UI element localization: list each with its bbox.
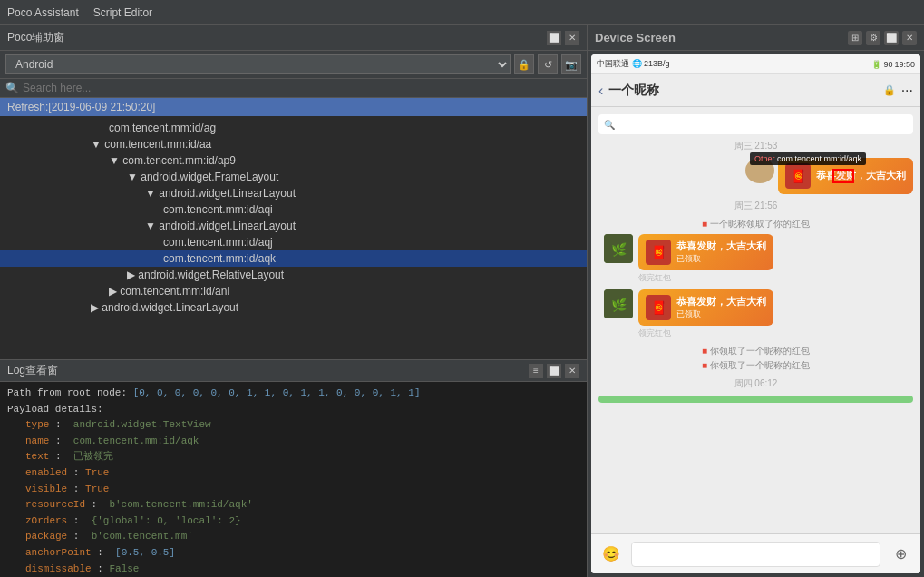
rp-footer-2: 领完红包 <box>638 326 773 341</box>
log-field-anchorpoint: anchorPoint : [0.5, 0.5] <box>7 545 579 562</box>
log-field-name: name : com.tencent.mm:id/aqk <box>7 434 579 450</box>
emoji-btn[interactable]: 😊 <box>600 543 622 565</box>
add-btn[interactable]: ⊕ <box>890 543 911 565</box>
tree-item[interactable]: com.tencent.mm:id/ag <box>0 120 587 136</box>
red-packet-icon-2: 🧧 <box>646 240 671 265</box>
status-time: 19:50 <box>894 60 915 69</box>
sys-msg-2: ■ 你领取了一个昵称的红包 <box>598 345 913 357</box>
chat-search-bar[interactable]: 🔍 <box>598 114 913 134</box>
tree-item[interactable]: ▼ android.widget.FrameLayout <box>0 169 587 185</box>
log-body: Path from root node: [0, 0, 0, 0, 0, 0, … <box>0 382 587 577</box>
title-bar: Poco Assistant Script Editor <box>0 0 924 25</box>
left-panel: Poco辅助窗 ⬜ ✕ Android iOS 🔒 ↺ 📷 🔍 Refresh:… <box>0 25 588 577</box>
chat-more-btn[interactable]: ··· <box>901 83 913 99</box>
sys-msg-1: ■ 一个昵称领取了你的红包 <box>598 218 913 230</box>
svg-text:🌿: 🌿 <box>611 298 627 313</box>
search-icon: 🔍 <box>5 82 19 94</box>
tree-item[interactable]: ▼ android.widget.LinearLayout <box>0 185 587 201</box>
tree-item[interactable]: ▼ com.tencent.mm:id/ap9 <box>0 152 587 169</box>
rp-title-3: 恭喜发财，大吉大利 <box>676 295 766 308</box>
green-bar <box>598 396 913 403</box>
tree-item[interactable]: com.tencent.mm:id/aqj <box>0 234 587 250</box>
tree-item[interactable]: ▶ android.widget.RelativeLayout <box>0 267 587 283</box>
log-title: Log查看窗 <box>7 363 58 378</box>
poco-panel-close-btn[interactable]: ✕ <box>565 31 579 45</box>
device-btn-grid[interactable]: ⊞ <box>848 31 862 45</box>
red-packet-icon: 🧧 <box>785 163 811 189</box>
poco-panel-title: Poco辅助窗 <box>7 30 64 45</box>
platform-dropdown[interactable]: Android iOS <box>5 54 511 74</box>
tooltip-text: com.tencent.mm:id/aqk <box>777 154 861 163</box>
avatar-left-2: 🌿 <box>604 289 633 318</box>
tree-item[interactable]: ▼ com.tencent.mm:id/aa <box>0 136 587 152</box>
status-bar: 中国联通 🌐 213B/g 🔋 90 19:50 <box>591 54 920 74</box>
log-field-zorders: zOrders : {'global': 0, 'local': 2} <box>7 513 579 530</box>
tree-item-selected[interactable]: com.tencent.mm:id/aqk <box>0 250 587 267</box>
device-btn-restore[interactable]: ⬜ <box>884 31 899 45</box>
log-header: Log查看窗 ≡ ⬜ ✕ <box>0 360 587 382</box>
rp-sub-3: 已领取 <box>676 308 766 320</box>
log-field-resourceid: resourceId : b'com.tencent.mm:id/aqk' <box>7 497 579 513</box>
rp-sub-2: 已领取 <box>676 253 766 265</box>
poco-panel-restore-btn[interactable]: ⬜ <box>547 31 561 45</box>
log-field-visible: visible : True <box>7 482 579 498</box>
poco-panel-header: Poco辅助窗 ⬜ ✕ <box>0 25 587 51</box>
right-panel: Device Screen ⊞ ⚙ ⬜ ✕ 中国联通 🌐 213B/g 🔋 90… <box>588 25 924 577</box>
editor-title: Script Editor <box>93 6 152 19</box>
rp-footer-1: 领完红包 <box>638 270 773 286</box>
app-title: Poco Assistant <box>7 6 79 19</box>
msg-row-rp1: 🧧 恭喜发财，大吉大利 Other com.tencent.mm:id/aqk <box>598 158 913 194</box>
search-row: 🔍 <box>0 79 587 98</box>
status-carrier: 中国联通 🌐 213B/g <box>597 58 670 70</box>
log-close-btn[interactable]: ✕ <box>565 364 579 378</box>
tree-item[interactable]: ▼ android.widget.LinearLayout <box>0 218 587 234</box>
chat-input-area: 😊 ⊕ <box>591 533 920 573</box>
log-restore-btn[interactable]: ⬜ <box>547 364 561 378</box>
time-label-3: 周四 06:12 <box>598 377 913 390</box>
dropdown-row: Android iOS 🔒 ↺ 📷 <box>0 51 587 79</box>
msg-row-rp2: 🌿 🧧 恭喜发财，大吉大利 已领取 领完红包 <box>598 234 913 286</box>
device-btn-settings[interactable]: ⚙ <box>866 31 880 45</box>
lock-btn[interactable]: 🔒 <box>514 54 534 74</box>
rp-title-2: 恭喜发财，大吉大利 <box>676 240 766 253</box>
svg-text:🌿: 🌿 <box>611 242 627 258</box>
device-controls: ⊞ ⚙ ⬜ ✕ <box>848 31 917 45</box>
sys-msg-3: ■ 你领取了一个昵称的红包 <box>598 359 913 372</box>
chat-lock-icon: 🔒 <box>883 84 896 96</box>
screenshot-btn[interactable]: 📷 <box>561 54 581 74</box>
log-path-line: Path from root node: [0, 0, 0, 0, 0, 0, … <box>7 386 579 402</box>
red-packet-2[interactable]: 🧧 恭喜发财，大吉大利 已领取 <box>638 234 773 270</box>
log-field-dismissable: dismissable : False <box>7 562 579 577</box>
log-panel-controls: ≡ ⬜ ✕ <box>529 364 579 378</box>
main-container: Poco辅助窗 ⬜ ✕ Android iOS 🔒 ↺ 📷 🔍 Refresh:… <box>0 25 924 577</box>
red-packet-icon-3: 🧧 <box>646 295 671 320</box>
log-field-package: package : b'com.tencent.mm' <box>7 529 579 545</box>
chat-back-btn[interactable]: ‹ <box>598 83 603 99</box>
tree-item[interactable]: ▶ com.tencent.mm:id/ani <box>0 283 587 299</box>
status-battery: 🔋 90 <box>871 60 893 69</box>
search-input[interactable] <box>23 82 581 94</box>
msg-row-rp3: 🌿 🧧 恭喜发财，大吉大利 已领取 领完红包 <box>598 289 913 341</box>
time-label-1: 周三 21:53 <box>598 140 913 152</box>
refresh-btn[interactable]: ↺ <box>538 54 558 74</box>
tree-area[interactable]: com.tencent.mm:id/ag ▼ com.tencent.mm:id… <box>0 116 587 359</box>
avatar-left-1: 🌿 <box>604 234 633 263</box>
phone-screen: 中国联通 🌐 213B/g 🔋 90 19:50 ‹ 一个昵称 🔒 ··· 🔍 <box>591 54 920 573</box>
tree-item[interactable]: com.tencent.mm:id/aqi <box>0 201 587 218</box>
chat-header: ‹ 一个昵称 🔒 ··· <box>591 74 920 107</box>
chat-body[interactable]: 🔍 周三 21:53 🧧 恭喜发财，大吉大利 Othe <box>591 107 920 533</box>
log-field-type: type : android.widget.TextView <box>7 417 579 434</box>
red-packet-3[interactable]: 🧧 恭喜发财，大吉大利 已领取 <box>638 289 773 326</box>
log-panel: Log查看窗 ≡ ⬜ ✕ Path from root node: [0, 0,… <box>0 359 587 577</box>
chat-title: 一个昵称 <box>608 83 882 99</box>
poco-panel-controls: ⬜ ✕ <box>547 31 579 45</box>
device-btn-close[interactable]: ✕ <box>902 31 917 45</box>
log-field-enabled: enabled : True <box>7 465 579 482</box>
chat-input[interactable] <box>631 542 880 567</box>
log-filter-btn[interactable]: ≡ <box>529 364 543 378</box>
tree-item[interactable]: ▶ android.widget.LinearLayout <box>0 299 587 316</box>
tooltip-box: Other com.tencent.mm:id/aqk <box>750 152 866 165</box>
log-field-text: text : 已被领完 <box>7 449 579 465</box>
time-label-2: 周三 21:56 <box>598 200 913 212</box>
log-payload-label: Payload details: <box>7 402 579 418</box>
